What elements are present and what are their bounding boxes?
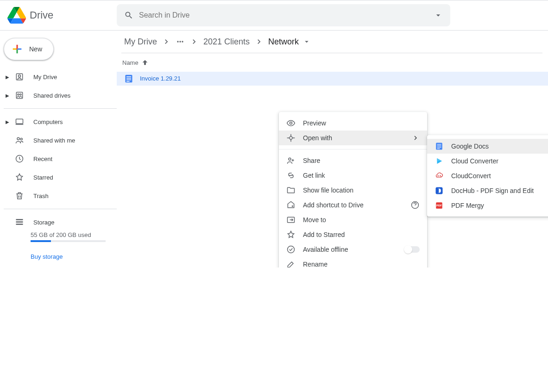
breadcrumb-2021-clients[interactable]: 2021 Clients (202, 35, 252, 49)
folder-icon (286, 186, 296, 195)
preview-icon (286, 118, 296, 128)
drive-logo-icon (7, 6, 26, 25)
file-row[interactable]: Invoice 1.29.21 (117, 72, 548, 86)
context-menu: Preview Open with Share Get link Show fi… (279, 112, 427, 268)
sidebar-item-my-drive[interactable]: ▶ My Drive (4, 68, 117, 86)
search-options-icon[interactable] (434, 11, 443, 20)
menu-share[interactable]: Share (279, 153, 427, 168)
svg-rect-32 (437, 149, 440, 149)
svg-text:PDF: PDF (436, 204, 442, 207)
submenu-pdf-mergy[interactable]: PDF PDF Mergy (427, 198, 548, 213)
submenu-cloudconvert[interactable]: CloudConvert (427, 168, 548, 183)
menu-label: Add to Starred (303, 231, 420, 238)
svg-rect-29 (437, 144, 441, 145)
my-drive-icon (14, 71, 25, 82)
menu-rename[interactable]: Rename (279, 257, 427, 268)
menu-preview[interactable]: Preview (279, 116, 427, 131)
menu-add-starred[interactable]: Add to Starred (279, 227, 427, 242)
expand-icon[interactable]: ▶ (6, 75, 11, 80)
header: Drive (0, 0, 548, 31)
sidebar-item-shared-drives[interactable]: ▶ Shared drives (4, 86, 117, 105)
dochub-icon (435, 186, 444, 195)
shared-icon (14, 135, 25, 146)
column-name: Name (122, 59, 139, 66)
svg-rect-30 (437, 146, 441, 146)
breadcrumb-ellipsis[interactable] (174, 35, 187, 48)
menu-divider (279, 149, 427, 149)
storage-bar (31, 240, 106, 242)
new-button[interactable]: New (4, 38, 54, 60)
sidebar-item-label: Shared with me (33, 137, 75, 144)
move-icon (286, 215, 296, 224)
storage-icon (14, 217, 25, 228)
svg-rect-17 (126, 78, 131, 79)
breadcrumb-dropdown-icon[interactable] (302, 37, 311, 46)
menu-label: Open with (303, 134, 411, 142)
chevron-right-icon (254, 37, 264, 46)
sidebar-item-storage[interactable]: Storage (4, 213, 117, 231)
file-name: Invoice 1.29.21 (140, 75, 181, 82)
shortcut-icon (286, 200, 296, 210)
nav-divider (4, 209, 117, 209)
svg-point-12 (177, 41, 178, 42)
svg-point-7 (20, 138, 22, 140)
sidebar-item-label: Shared drives (33, 92, 70, 99)
menu-get-link[interactable]: Get link (279, 168, 427, 183)
svg-rect-34 (438, 189, 439, 193)
submenu-cloud-converter[interactable]: Cloud Converter (427, 154, 548, 168)
sidebar-item-shared-with-me[interactable]: Shared with me (4, 131, 117, 149)
help-icon[interactable] (410, 200, 420, 210)
recent-icon (14, 153, 25, 164)
nav-list-primary: ▶ My Drive ▶ Shared drives (4, 68, 117, 105)
chevron-right-icon (162, 37, 171, 46)
sidebar-item-recent[interactable]: Recent (4, 149, 117, 168)
menu-label: Show file location (303, 187, 420, 194)
sidebar-item-trash[interactable]: Trash (4, 187, 117, 205)
offline-toggle[interactable] (405, 246, 420, 253)
search-icon (124, 11, 133, 20)
menu-add-shortcut[interactable]: Add shortcut to Drive (279, 198, 427, 212)
menu-show-location[interactable]: Show file location (279, 183, 427, 198)
sidebar-item-label: My Drive (33, 74, 57, 81)
main: My Drive 2021 Clients Network Name Invoi… (117, 31, 548, 268)
svg-point-6 (17, 137, 19, 140)
svg-point-3 (18, 94, 19, 95)
menu-label: Available offline (303, 246, 405, 253)
sidebar: New ▶ My Drive ▶ Shared drives ▶ Compute… (0, 31, 117, 268)
menu-label: Share (303, 157, 420, 164)
svg-point-1 (19, 75, 21, 77)
expand-icon[interactable]: ▶ (6, 93, 11, 98)
sidebar-item-label: Storage (33, 219, 55, 226)
svg-point-20 (290, 122, 292, 124)
submenu-dochub[interactable]: DocHub - PDF Sign and Edit (427, 183, 548, 198)
menu-label: Move to (303, 216, 420, 224)
logo-area[interactable]: Drive (7, 6, 117, 25)
menu-move-to[interactable]: Move to (279, 212, 427, 227)
nav-list-secondary: Shared with me Recent Starred Trash (4, 131, 117, 205)
svg-rect-9 (16, 219, 23, 220)
submenu-label: PDF Mergy (451, 202, 548, 209)
sidebar-item-computers[interactable]: ▶ Computers (4, 112, 117, 131)
cloudconvert-icon (435, 171, 444, 180)
menu-available-offline[interactable]: Available offline (279, 242, 427, 257)
storage-text: 55 GB of 200 GB used (31, 231, 117, 238)
search-input[interactable] (139, 11, 434, 19)
column-header[interactable]: Name (117, 53, 548, 72)
search-bar[interactable] (117, 4, 450, 26)
buy-storage-link[interactable]: Buy storage (31, 253, 63, 260)
menu-open-with[interactable]: Open with (279, 131, 427, 145)
svg-rect-16 (126, 76, 131, 77)
submenu-google-docs[interactable]: Google Docs (427, 139, 548, 154)
submenu-label: DocHub - PDF Sign and Edit (451, 187, 548, 194)
plus-icon (11, 43, 24, 56)
svg-rect-5 (16, 119, 23, 124)
sort-arrow-up-icon[interactable] (141, 59, 149, 66)
body: New ▶ My Drive ▶ Shared drives ▶ Compute… (0, 31, 548, 268)
sidebar-item-starred[interactable]: Starred (4, 168, 117, 187)
computers-icon (14, 116, 25, 127)
breadcrumb-my-drive[interactable]: My Drive (122, 35, 159, 49)
breadcrumb-network[interactable]: Network (266, 35, 301, 49)
expand-icon[interactable]: ▶ (6, 119, 11, 124)
svg-point-4 (20, 94, 21, 95)
menu-label: Preview (303, 119, 420, 127)
